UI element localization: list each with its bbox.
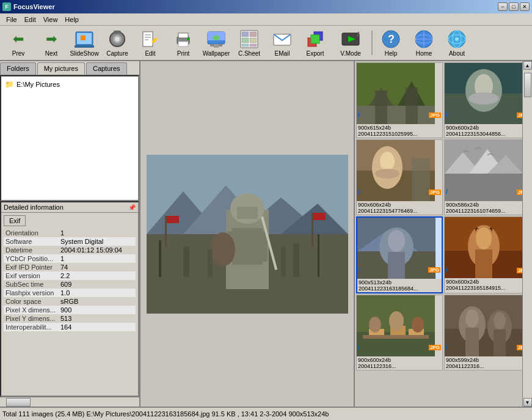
thumbnail-item[interactable]: i JPG 900x600x24b 200411223165184915... — [444, 216, 531, 293]
thumbnail-item[interactable]: i JPG 900x615x24b 200411223151025995... — [356, 62, 443, 138]
menu-file[interactable]: File — [2, 15, 21, 24]
jpg-badge: JPG — [429, 112, 441, 118]
tab-captures[interactable]: Captures — [86, 62, 127, 75]
svg-rect-59 — [232, 228, 263, 265]
svg-rect-69 — [167, 216, 179, 223]
svg-point-103 — [476, 227, 492, 249]
info-icon[interactable]: i — [359, 266, 360, 273]
exif-tab[interactable]: Exif — [4, 215, 26, 226]
exif-value: 74 — [59, 263, 136, 271]
scroll-up-button[interactable]: ▲ — [523, 61, 532, 70]
jpg-badge: JPG — [429, 190, 441, 195]
thumbnail-item[interactable]: i JPG 900x606x24b 200411223154776469... — [356, 139, 443, 215]
print-button[interactable]: Print — [167, 27, 199, 59]
slideshow-button[interactable]: SlideShow — [68, 27, 100, 59]
detail-scrollbar[interactable] — [0, 397, 139, 407]
scrollbar-thumb[interactable] — [6, 398, 31, 407]
app-icon: F — [2, 2, 11, 11]
email-icon — [272, 29, 292, 49]
detail-panel: Detailed information 📌 Exif Orientation1… — [0, 201, 139, 397]
email-button[interactable]: EMail — [266, 27, 298, 59]
svg-rect-2 — [81, 35, 86, 40]
thumbnail-panel: i JPG 900x615x24b 200411223151025995... — [355, 61, 532, 407]
help-icon: ? — [381, 29, 401, 49]
help-button[interactable]: ? Help — [375, 27, 407, 59]
title-bar-controls[interactable]: − □ ✕ — [498, 2, 530, 11]
menu-view[interactable]: View — [40, 15, 62, 24]
thumbnail-item-selected[interactable]: i JPG 900x513x24b 200411223163185684... — [356, 216, 443, 293]
svg-rect-65 — [293, 243, 299, 277]
svg-rect-23 — [242, 32, 249, 37]
info-icon[interactable]: i — [446, 344, 448, 350]
thumbnail-item[interactable]: i JPG 900x599x24b 20041122316... — [444, 295, 531, 370]
maximize-button[interactable]: □ — [509, 2, 519, 11]
prev-button[interactable]: ⬅ Prev — [2, 27, 34, 59]
tab-mypictures[interactable]: My pictures — [37, 62, 85, 75]
toolbar-separator — [371, 31, 373, 55]
thumb-date: 200411223161074659... — [446, 208, 529, 214]
csheet-button[interactable]: C.Sheet — [233, 27, 265, 59]
thumb-info: 900x600x24b 200411223153044856... — [445, 124, 530, 138]
scroll-thumb[interactable] — [524, 73, 531, 97]
info-icon[interactable]: i — [358, 111, 360, 118]
info-icon[interactable]: i — [446, 267, 448, 273]
svg-rect-64 — [183, 246, 189, 277]
capture-button[interactable]: Capture — [101, 27, 133, 59]
print-icon — [173, 29, 193, 49]
exif-row: Color spacesRGB — [4, 297, 136, 306]
info-icon[interactable]: i — [358, 344, 360, 350]
svg-point-19 — [213, 35, 220, 40]
preview-scene — [147, 155, 348, 314]
svg-rect-35 — [358, 32, 359, 34]
exif-row: SubSec time609 — [4, 280, 136, 289]
exif-value: 1.0 — [59, 289, 136, 297]
thumb-image — [445, 63, 523, 124]
exif-value: 2004:01:12 15:09:04 — [59, 246, 136, 254]
vmode-button[interactable]: V.Mode — [332, 27, 369, 59]
exif-key: Exif version — [4, 271, 59, 280]
exif-value: 164 — [59, 323, 136, 331]
info-icon[interactable]: i — [446, 111, 448, 118]
thumbnail-item[interactable]: i JPG 900x600x24b 200411223153044856... — [444, 62, 531, 138]
thumb-image — [357, 218, 435, 279]
thumb-info: 900x600x24b 200411223165184915... — [445, 278, 530, 292]
exif-key: Exif IFD Pointer — [4, 263, 59, 271]
svg-rect-14 — [178, 33, 188, 38]
svg-rect-118 — [465, 328, 479, 356]
menu-bar: File Edit View Help — [0, 13, 532, 26]
about-button[interactable]: About — [441, 27, 473, 59]
tab-folders[interactable]: Folders — [0, 62, 36, 75]
scroll-down-button[interactable]: ▼ — [523, 398, 532, 407]
exif-value: 1 — [59, 254, 136, 263]
svg-text:?: ? — [388, 33, 395, 45]
svg-rect-58 — [237, 207, 258, 219]
vertical-scrollbar[interactable]: ▲ ▼ — [522, 61, 532, 407]
menu-help[interactable]: Help — [61, 15, 82, 24]
folder-icon: 📁 — [5, 80, 14, 89]
tree-item-mypictures[interactable]: 📁 E:\My Pictures — [4, 79, 136, 90]
home-button[interactable]: Home — [408, 27, 440, 59]
exif-key: Interoperabilit... — [4, 323, 59, 331]
svg-rect-66 — [208, 249, 213, 277]
next-button[interactable]: ➡ Next — [35, 27, 67, 59]
thumb-image — [445, 217, 523, 278]
menu-edit[interactable]: Edit — [21, 15, 40, 24]
exif-table: Orientation1SoftwareSystem DigitalDateti… — [4, 229, 136, 331]
thumb-info: 900x600x24b 20041122316... — [357, 356, 442, 370]
thumbnail-grid: i JPG 900x615x24b 200411223151025995... — [355, 61, 532, 372]
exif-row: Orientation1 — [4, 229, 136, 237]
svg-point-62 — [211, 232, 235, 267]
thumbnail-item[interactable]: i JPG 900x600x24b 20041122316... — [356, 295, 443, 370]
close-button[interactable]: ✕ — [520, 2, 530, 11]
thumbnail-item[interactable]: i JPG 900x586x24b 200411223161074659... — [444, 139, 531, 215]
thumb-size: 900x615x24b — [358, 125, 391, 131]
thumb-date: 200411223163185684... — [359, 286, 440, 292]
edit-button[interactable]: Edit — [134, 27, 166, 59]
info-icon[interactable]: i — [446, 188, 448, 195]
info-icon[interactable]: i — [358, 188, 360, 195]
file-tree[interactable]: 📁 E:\My Pictures — [0, 75, 139, 201]
svg-rect-54 — [318, 234, 319, 277]
wallpaper-button[interactable]: Wallpaper — [200, 27, 232, 59]
minimize-button[interactable]: − — [498, 2, 508, 11]
export-button[interactable]: Export — [299, 27, 331, 59]
